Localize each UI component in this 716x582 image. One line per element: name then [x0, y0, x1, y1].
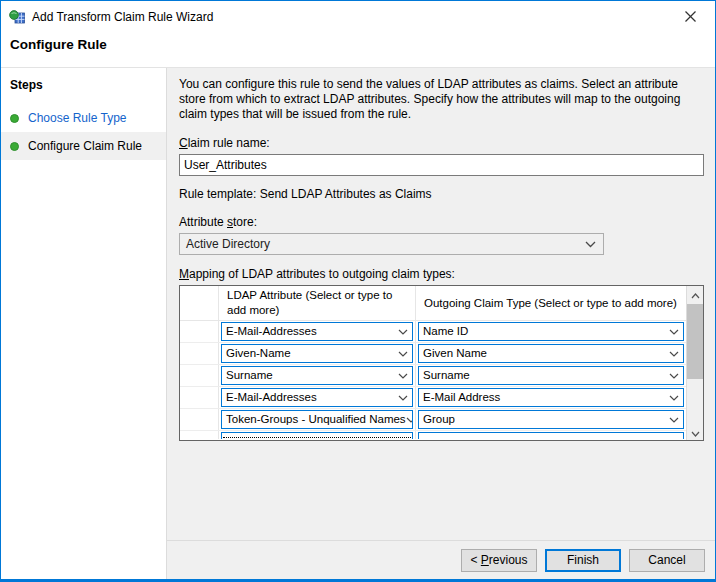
row-selector[interactable] — [180, 387, 218, 408]
finish-button[interactable]: Finish — [545, 549, 621, 572]
row-selector[interactable] — [180, 409, 218, 430]
outgoing-claim-combobox[interactable]: Group — [418, 410, 684, 429]
row-selector-header — [180, 286, 218, 320]
attribute-store-value: Active Directory — [186, 237, 270, 251]
page-header: Configure Rule — [1, 33, 715, 68]
cancel-button[interactable]: Cancel — [629, 549, 705, 572]
rule-template-text: Rule template: Send LDAP Attributes as C… — [179, 187, 704, 201]
step-bullet-icon — [10, 142, 19, 151]
close-icon — [685, 8, 696, 26]
chevron-down-icon — [398, 325, 408, 337]
scrollbar-down-button[interactable] — [687, 424, 703, 440]
button-bar: < Previous Finish Cancel — [167, 540, 715, 579]
ldap-attribute-combobox[interactable]: Given-Name — [221, 344, 413, 363]
table-scrollbar[interactable] — [686, 286, 703, 440]
ldap-attribute-combobox[interactable]: E-Mail-Addresses — [221, 388, 413, 407]
step-label: Choose Rule Type — [28, 111, 127, 125]
chevron-down-icon — [669, 369, 679, 381]
steps-title: Steps — [1, 75, 166, 104]
outgoing-claim-column-header: Outgoing Claim Type (Select or type to a… — [415, 286, 686, 320]
table-row: Token-Groups - Unqualified Names Group — [180, 409, 686, 431]
claim-rule-name-input[interactable] — [179, 154, 704, 176]
chevron-down-icon — [669, 413, 679, 425]
table-row: Given-Name Given Name — [180, 343, 686, 365]
attribute-store-label: Attribute store: — [179, 215, 704, 229]
sidebar-item-choose-rule-type[interactable]: Choose Rule Type — [1, 104, 166, 132]
steps-sidebar: Steps Choose Rule Type Configure Claim R… — [1, 68, 167, 579]
ldap-attribute-combobox[interactable]: Token-Groups - Unqualified Names — [221, 410, 413, 429]
mapping-table-header: LDAP Attribute (Select or type to add mo… — [180, 286, 686, 321]
row-selector[interactable] — [180, 343, 218, 364]
chevron-down-icon — [406, 413, 413, 425]
previous-button[interactable]: < Previous — [461, 549, 537, 572]
chevron-up-icon — [691, 285, 700, 303]
step-label: Configure Claim Rule — [28, 139, 142, 153]
claim-rule-name-label: Claim rule name: — [179, 136, 704, 150]
ldap-attribute-combobox[interactable] — [221, 432, 413, 439]
outgoing-claim-combobox[interactable] — [418, 432, 684, 439]
table-row: E-Mail-Addresses E-Mail Address — [180, 387, 686, 409]
chevron-down-icon — [585, 237, 596, 251]
window-title: Add Transform Claim Rule Wizard — [32, 10, 213, 24]
ldap-attribute-combobox[interactable]: E-Mail-Addresses — [221, 322, 413, 341]
table-row: E-Mail-Addresses Name ID — [180, 321, 686, 343]
chevron-down-icon — [398, 369, 408, 381]
outgoing-claim-combobox[interactable]: Name ID — [418, 322, 684, 341]
scrollbar-track[interactable] — [687, 302, 703, 424]
chevron-down-icon — [398, 347, 408, 359]
chevron-down-icon — [669, 347, 679, 359]
ldap-attribute-combobox[interactable]: Surname — [221, 366, 413, 385]
page-title: Configure Rule — [10, 37, 705, 52]
chevron-down-icon — [669, 325, 679, 337]
title-bar: Add Transform Claim Rule Wizard — [1, 1, 715, 33]
intro-text: You can configure this rule to send the … — [179, 77, 704, 123]
table-row-partial — [180, 431, 686, 439]
wizard-window: Add Transform Claim Rule Wizard Configur… — [0, 0, 716, 582]
mapping-label: Mapping of LDAP attributes to outgoing c… — [179, 267, 704, 281]
scrollbar-thumb[interactable] — [687, 304, 703, 380]
chevron-down-icon — [669, 391, 679, 403]
outgoing-claim-combobox[interactable]: E-Mail Address — [418, 388, 684, 407]
row-selector[interactable] — [180, 365, 218, 386]
mapping-table: LDAP Attribute (Select or type to add mo… — [179, 285, 704, 441]
sidebar-item-configure-claim-rule[interactable]: Configure Claim Rule — [1, 132, 166, 160]
close-button[interactable] — [673, 1, 707, 33]
outgoing-claim-combobox[interactable]: Given Name — [418, 344, 684, 363]
table-row: Surname Surname — [180, 365, 686, 387]
chevron-down-icon — [398, 391, 408, 403]
chevron-down-icon — [691, 423, 700, 441]
outgoing-claim-combobox[interactable]: Surname — [418, 366, 684, 385]
step-bullet-icon — [10, 114, 19, 123]
scrollbar-up-button[interactable] — [687, 286, 703, 302]
wizard-icon — [9, 9, 25, 25]
main-panel: You can configure this rule to send the … — [167, 68, 715, 579]
row-selector[interactable] — [180, 321, 218, 342]
ldap-attribute-column-header: LDAP Attribute (Select or type to add mo… — [218, 286, 415, 320]
attribute-store-dropdown[interactable]: Active Directory — [179, 233, 604, 255]
